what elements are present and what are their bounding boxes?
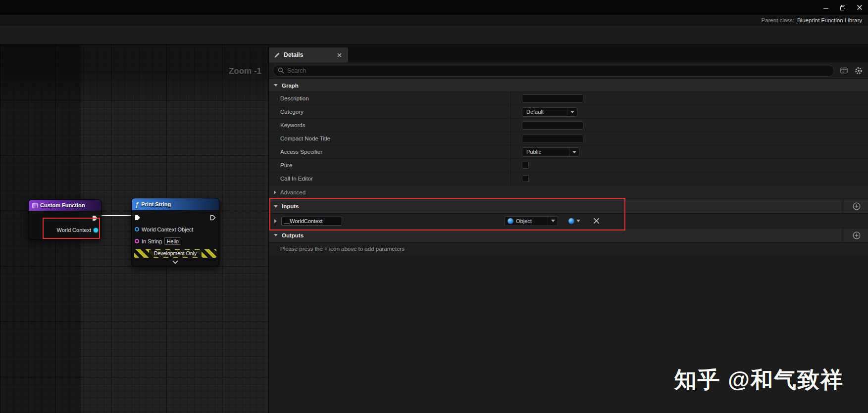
prop-row-pure: Pure	[269, 159, 868, 172]
advanced-expander[interactable]: Advanced	[269, 185, 868, 199]
chevron-down-icon	[576, 220, 580, 222]
remove-param-button[interactable]	[592, 217, 601, 226]
restore-button[interactable]	[834, 1, 851, 14]
display-options-icon[interactable]	[838, 65, 849, 76]
details-tab-title: Details	[284, 51, 332, 58]
prop-label: Description	[280, 95, 511, 101]
prop-row-keywords: Keywords	[269, 119, 868, 132]
add-output-button[interactable]	[852, 231, 861, 240]
chevron-down-icon	[274, 84, 278, 87]
category-dropdown[interactable]: Default	[522, 107, 577, 117]
param-type-value: Object	[516, 218, 545, 224]
chevron-down-icon	[570, 111, 574, 113]
container-type-icon	[568, 218, 574, 224]
parent-class-strip: Parent class: Blueprint Function Library	[0, 15, 868, 26]
section-header-inputs[interactable]: Inputs	[269, 199, 868, 214]
tab-close-button[interactable]	[335, 51, 343, 59]
plus-circle-icon	[853, 202, 861, 210]
close-icon	[857, 4, 863, 10]
object-pin-type-icon	[508, 218, 513, 224]
parent-class-link[interactable]: Blueprint Function Library	[797, 17, 862, 23]
chevron-down-icon	[572, 151, 576, 153]
settings-gear-icon[interactable]	[853, 65, 864, 76]
advanced-label: Advanced	[280, 189, 306, 195]
print-string-node-header[interactable]: ƒ Print String	[132, 198, 219, 210]
prop-row-access-specifier: Access Specifier Public	[269, 145, 868, 159]
prop-label: Category	[280, 109, 511, 115]
editor-toolbar	[0, 26, 868, 45]
node-collapse-chevron-icon[interactable]	[172, 258, 178, 264]
category-value: Default	[522, 109, 567, 115]
section-header-outputs[interactable]: Outputs	[269, 229, 868, 242]
column-divider	[843, 229, 843, 242]
details-tab-bar: Details	[269, 45, 868, 62]
prop-row-call-in-editor: Call In Editor	[269, 172, 868, 185]
prop-label: Access Specifier	[280, 149, 511, 155]
section-title: Outputs	[282, 232, 304, 238]
close-icon	[337, 53, 342, 57]
chevron-down-icon	[274, 234, 278, 236]
section-title: Graph	[282, 83, 299, 89]
window-titlebar	[0, 0, 868, 15]
world-context-object-pin-label: World Context Object	[142, 227, 193, 232]
outputs-hint: Please press the + icon above to add par…	[280, 246, 405, 252]
close-button[interactable]	[851, 1, 868, 14]
prop-row-category: Category Default	[269, 105, 868, 119]
world-context-object-pin[interactable]	[135, 227, 139, 231]
param-type-dropdown[interactable]: Object	[505, 216, 558, 226]
call-in-editor-checkbox[interactable]	[522, 175, 529, 182]
parent-class-label: Parent class:	[761, 17, 794, 23]
blueprint-graph-canvas[interactable]: Zoom -1 Custom Function World Context	[0, 45, 269, 413]
search-input[interactable]	[287, 67, 829, 74]
outputs-hint-row: Please press the + icon above to add par…	[269, 242, 868, 255]
add-input-button[interactable]	[852, 202, 861, 211]
prop-label: Pure	[280, 162, 511, 168]
input-param-row: Object	[269, 214, 868, 229]
section-header-graph[interactable]: Graph	[269, 79, 868, 92]
function-call-icon: ƒ	[135, 201, 139, 208]
exec-out-pin[interactable]	[210, 215, 216, 221]
x-delete-icon	[593, 218, 600, 224]
zoom-level-label: Zoom -1	[229, 66, 261, 76]
container-type-selector[interactable]	[564, 216, 585, 226]
function-entry-icon	[32, 203, 38, 208]
in-string-pin[interactable]	[135, 239, 139, 243]
compact-node-title-field[interactable]	[522, 135, 583, 143]
prop-label: Call In Editor	[280, 176, 511, 182]
minimize-icon	[823, 4, 829, 10]
details-panel: Details	[269, 45, 868, 413]
tab-details[interactable]: Details	[269, 47, 348, 62]
search-box[interactable]	[273, 65, 834, 77]
description-field[interactable]	[522, 94, 583, 103]
print-string-node[interactable]: ƒ Print String World Context Object	[131, 198, 219, 267]
prop-label: Compact Node Title	[280, 136, 511, 141]
prop-row-description: Description	[269, 92, 868, 105]
column-divider	[843, 199, 843, 213]
exec-out-pin[interactable]	[92, 215, 98, 221]
access-specifier-dropdown[interactable]: Public	[522, 147, 579, 157]
custom-function-node[interactable]: Custom Function World Context	[28, 199, 102, 240]
prop-label: Keywords	[280, 122, 511, 128]
details-search-row	[269, 62, 868, 79]
exec-in-pin[interactable]	[135, 215, 141, 221]
development-only-label: Development Only	[149, 250, 202, 257]
chevron-down-icon	[551, 220, 555, 222]
zhihu-watermark: 知乎 @和气致祥	[674, 365, 844, 395]
in-string-pin-label: In String	[142, 238, 162, 244]
pure-checkbox[interactable]	[522, 162, 529, 169]
param-name-field[interactable]	[281, 217, 342, 226]
development-only-banner: Development Only	[134, 249, 216, 258]
restore-icon	[840, 4, 846, 11]
plus-circle-icon	[853, 231, 861, 239]
custom-function-node-title: Custom Function	[40, 202, 85, 208]
print-string-node-title: Print String	[141, 201, 171, 207]
chevron-down-icon	[274, 205, 278, 208]
section-title: Inputs	[282, 203, 299, 209]
world-context-object-pin[interactable]	[94, 228, 98, 232]
prop-row-compact-node-title: Compact Node Title	[269, 132, 868, 145]
keywords-field[interactable]	[522, 121, 583, 130]
minimize-button[interactable]	[817, 1, 834, 14]
param-expander-icon[interactable]	[274, 219, 277, 223]
in-string-value-field[interactable]: Hello	[164, 237, 181, 245]
custom-function-node-header[interactable]: Custom Function	[29, 200, 101, 211]
